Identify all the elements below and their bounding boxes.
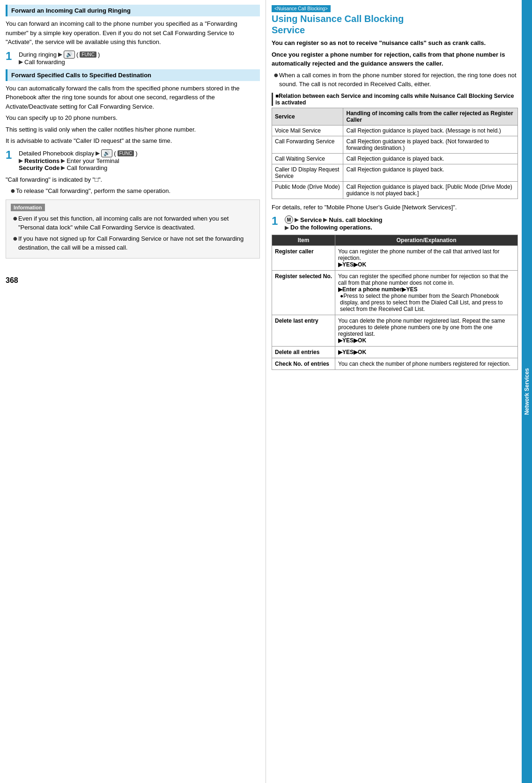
table-row: Voice Mail ServiceCall Rejection guidanc… — [272, 125, 518, 136]
step2-arrow1: ▶ — [96, 150, 100, 156]
paren-close: ) — [98, 51, 100, 58]
table-row: Call Waiting ServiceCall Rejection guida… — [272, 153, 518, 164]
info-box: Information ● Even if you set this funct… — [6, 199, 260, 259]
service-table: Service Handling of incoming calls from … — [272, 108, 518, 199]
step2-text3: Enter your Terminal — [66, 157, 119, 164]
menu-icon: M — [285, 215, 293, 224]
right-bullet1: ● When a call comes in from the phone nu… — [272, 71, 518, 89]
intro2: Once you register a phone number for rej… — [272, 50, 518, 68]
ops-table: Item Operation/Explanation Register call… — [272, 235, 518, 370]
ops-header-op: Operation/Explanation — [335, 235, 518, 246]
section2-bullet1: ● To release "Call forwarding", perform … — [6, 186, 260, 196]
info-bullet1: ● Even if you set this function, all inc… — [11, 214, 255, 232]
paren2-open: ( — [114, 150, 116, 157]
intro1: You can register so as not to receive "n… — [272, 38, 518, 48]
section2-body1: You can automatically forward the calls … — [6, 84, 260, 111]
right-step1: 1 M ▶ Service ▶ Nuis. call blocking ▶ Do… — [272, 215, 518, 231]
right-arrow3: ▶ — [285, 224, 289, 231]
table-cell-service: Call Forwarding Service — [272, 136, 343, 153]
right-service: Service — [300, 216, 322, 223]
table-cell-handling: Call Rejection guidance is played back. … — [343, 136, 518, 153]
ops-row: Register callerYou can register the phon… — [272, 246, 518, 271]
step2-text1: Detailed Phonebook display — [19, 150, 94, 157]
section2-body4: It is advisable to activate "Caller ID r… — [6, 136, 260, 146]
right-column: <Nuisance Call Blocking> Using Nuisance … — [266, 0, 532, 783]
nuisance-title: Using Nuisance Call BlockingService — [272, 13, 518, 36]
ops-item: Delete all entries — [272, 347, 335, 358]
for-details: For details, refer to "Mobile Phone User… — [272, 203, 518, 212]
step2-arrow4: ▶ — [61, 164, 65, 171]
section2-header: Forward Specified Calls to Specified Des… — [6, 69, 260, 81]
right-arrow1: ▶ — [295, 216, 299, 223]
step2-arrow2: ▶ — [19, 157, 23, 164]
info-header: Information — [11, 204, 45, 211]
table-cell-service: Caller ID Display Request Service — [272, 164, 343, 181]
bullet-dot1: ● — [10, 186, 16, 195]
table-row: Caller ID Display Request ServiceCall Re… — [272, 164, 518, 181]
func-icon2: 🔊 — [101, 149, 112, 157]
table-row: Call Forwarding ServiceCall Rejection gu… — [272, 136, 518, 153]
table-cell-handling: Call Rejection guidance is played back. — [343, 153, 518, 164]
section1-title: Forward an Incoming Call during Ringing — [11, 7, 131, 14]
side-label: Network Services — [522, 0, 532, 783]
step1-number: 1 — [6, 51, 15, 62]
right-bullet-dot1: ● — [273, 71, 279, 79]
step1-content: During ringing ▶ 🔊 ( FUNC ) ▶ Call forwa… — [19, 51, 260, 66]
right-do-following: Do the following operations. — [290, 224, 372, 231]
table-cell-service: Public Mode (Drive Mode) — [272, 181, 343, 199]
ops-explanation: You can delete the phone number register… — [335, 315, 518, 347]
section2-note: "Call forwarding" is indicated by "□". — [6, 175, 260, 185]
step1-arrow2: ▶ — [19, 59, 23, 65]
info-bullet-dot1: ● — [13, 214, 18, 222]
step1-text2: Call forwarding — [24, 59, 65, 66]
table-header-handling: Handling of incoming calls from the call… — [343, 108, 518, 125]
paren2-close: ) — [135, 150, 137, 157]
ops-header-item: Item — [272, 235, 335, 246]
step1-text1: During ringing — [19, 51, 57, 58]
info-bullet-text1: Even if you set this function, all incom… — [18, 214, 255, 232]
ops-item: Register caller — [272, 246, 335, 271]
relation-header: ■Relation between each Service and incom… — [272, 93, 518, 106]
info-bullet-dot2: ● — [13, 234, 18, 243]
ops-row: Delete all entries▶YES▶OK — [272, 347, 518, 358]
table-cell-handling: Call Rejection guidance is played back. … — [343, 181, 518, 199]
func-badge2: FUNC — [118, 150, 134, 156]
ops-item: Register selected No. — [272, 271, 335, 315]
step2-line3: Security Code ▶ Call forwarding — [19, 164, 260, 171]
ops-item: Check No. of entries — [272, 358, 335, 370]
paren-open: ( — [76, 51, 78, 58]
right-arrow2: ▶ — [323, 216, 327, 223]
step1-arrow1: ▶ — [58, 51, 62, 58]
ops-row: Register selected No.You can register th… — [272, 271, 518, 315]
page-number: 368 — [6, 276, 260, 285]
info-bullet-text2: If you have not signed up for Call Forwa… — [18, 234, 255, 252]
table-cell-service: Call Waiting Service — [272, 153, 343, 164]
section2-title: Forward Specified Calls to Specified Des… — [11, 72, 151, 79]
step2-text4: Call forwarding — [66, 164, 107, 171]
right-step-content: M ▶ Service ▶ Nuis. call blocking ▶ Do t… — [285, 215, 518, 231]
section1-header: Forward an Incoming Call during Ringing — [6, 5, 260, 16]
step2-security: Security Code — [19, 164, 59, 171]
section2-body2: You can specify up to 20 phone numbers. — [6, 113, 260, 123]
ops-explanation: You can register the specified phone num… — [335, 271, 518, 315]
right-step-number: 1 — [272, 215, 281, 227]
ops-explanation: You can check the number of phone number… — [335, 358, 518, 370]
table-cell-service: Voice Mail Service — [272, 125, 343, 136]
bullet-text1: To release "Call forwarding", perform th… — [16, 186, 260, 196]
step2-restrictions: Restrictions — [24, 157, 59, 164]
table-header-service: Service — [272, 108, 343, 125]
ops-row: Check No. of entriesYou can check the nu… — [272, 358, 518, 370]
right-bullet-text1: When a call comes in from the phone numb… — [279, 71, 518, 89]
ops-row: Delete last entryYou can delete the phon… — [272, 315, 518, 347]
section1-step1: 1 During ringing ▶ 🔊 ( FUNC ) ▶ Call for… — [6, 51, 260, 66]
ops-explanation: ▶YES▶OK — [335, 347, 518, 358]
right-step-line1: M ▶ Service ▶ Nuis. call blocking — [285, 215, 518, 224]
step1-line2: ▶ Call forwarding — [19, 59, 260, 66]
info-bullet2: ● If you have not signed up for Call For… — [11, 234, 255, 252]
step2-content: Detailed Phonebook display ▶ 🔊 ( FUNC ) … — [19, 149, 260, 171]
right-step-line2: ▶ Do the following operations. — [285, 224, 518, 231]
step2-number: 1 — [6, 149, 15, 161]
section2-step1: 1 Detailed Phonebook display ▶ 🔊 ( FUNC … — [6, 149, 260, 171]
right-nuis: Nuis. call blocking — [329, 216, 382, 223]
table-cell-handling: Call Rejection guidance is played back. — [343, 164, 518, 181]
